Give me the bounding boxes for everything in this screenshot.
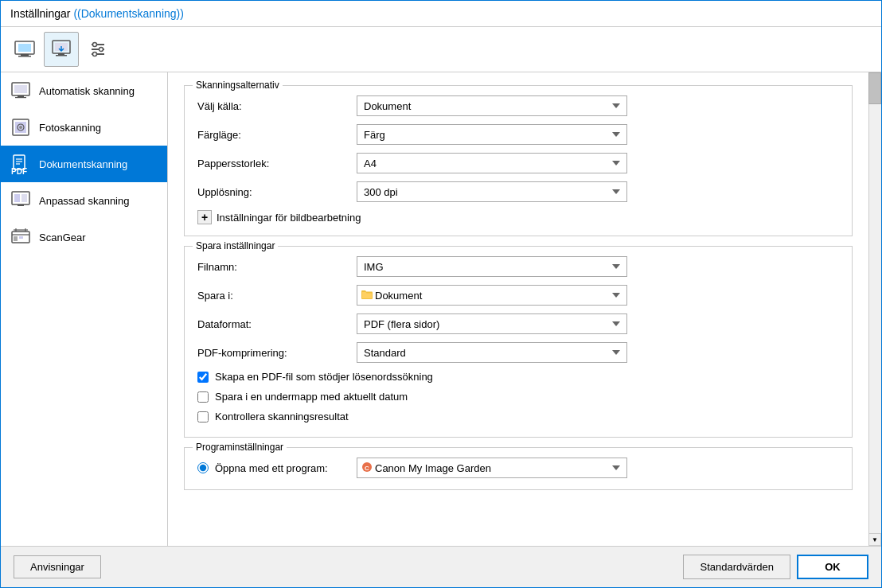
image-settings-label: Inställningar för bildbearbetning: [217, 212, 361, 224]
toolbar-settings-btn[interactable]: [80, 32, 115, 67]
toolbar-send-btn[interactable]: [44, 32, 79, 67]
resolution-control: 75 dpi 150 dpi 300 dpi 600 dpi: [357, 181, 627, 202]
bottom-right-buttons: Standardvärden OK: [683, 555, 868, 579]
svg-rect-3: [18, 56, 31, 57]
svg-rect-2: [21, 54, 29, 56]
toolbar: [1, 27, 881, 72]
filename-row: Filnamn: IMG Scan Document: [197, 256, 839, 277]
subfolder-label[interactable]: Spara i en undermapp med aktuellt datum: [215, 391, 408, 403]
paper-label: Pappersstorlek:: [197, 158, 357, 169]
svg-text:PDF: PDF: [11, 167, 27, 174]
checkbox-subfolder-row: Spara i en undermapp med aktuellt datum: [197, 391, 839, 403]
svg-rect-33: [14, 236, 18, 241]
program-settings-section: Programinställningar Öppna med ett progr…: [184, 447, 853, 490]
svg-rect-17: [15, 97, 26, 98]
svg-rect-7: [56, 55, 67, 56]
expand-button[interactable]: +: [197, 210, 212, 224]
save-settings-title: Spara inställningar: [193, 240, 278, 251]
image-settings-row[interactable]: + Inställningar för bildbearbetning: [197, 210, 839, 224]
resolution-row: Upplösning: 75 dpi 150 dpi 300 dpi 600 d…: [197, 181, 839, 202]
defaults-button[interactable]: Standardvärden: [683, 555, 790, 579]
paper-control: A4 A3 Letter Legal: [357, 153, 627, 173]
save-in-row: Spara i: Dokument: [197, 285, 839, 306]
checkbox-pdf-search-row: Skapa en PDF-fil som stödjer lösenordssö…: [197, 371, 839, 383]
title-text: Inställningar: [10, 7, 71, 20]
svg-point-21: [19, 126, 22, 129]
svg-point-11: [93, 43, 97, 47]
check-result-checkbox[interactable]: [197, 411, 209, 423]
source-select[interactable]: Dokument Platta Automatisk dokumentmatar…: [357, 95, 627, 116]
sidebar-item-scangear-label: ScanGear: [39, 232, 86, 243]
sidebar-item-auto-scan-label: Automatisk skanning: [39, 85, 135, 97]
sidebar: Automatisk skanning Fotoskanning: [1, 72, 168, 546]
paper-row: Pappersstorlek: A4 A3 Letter Legal: [197, 153, 839, 173]
scroll-down-button[interactable]: ▼: [868, 533, 881, 546]
sidebar-item-scangear[interactable]: ScanGear: [1, 219, 167, 255]
scan-options-section: Skanningsalternativ Välj källa: Dokument…: [184, 85, 853, 236]
data-format-label: Dataformat:: [197, 318, 357, 330]
svg-point-12: [100, 48, 103, 52]
sidebar-item-document-scan[interactable]: PDF Dokumentskanning: [1, 146, 167, 182]
save-in-label: Spara i:: [197, 290, 357, 302]
open-with-program-label[interactable]: Öppna med ett program:: [215, 462, 328, 474]
pdf-search-checkbox[interactable]: [197, 372, 209, 383]
main-window: Inställningar ((Dokumentskanning)): [0, 0, 882, 588]
svg-rect-15: [14, 85, 27, 93]
sidebar-item-auto-scan[interactable]: Automatisk skanning: [1, 72, 167, 109]
save-in-select-wrapper: Dokument Skrivbordet Egna bilder: [357, 285, 627, 306]
data-format-select[interactable]: PDF PDF (flera sidor) JPEG TIFF PNG: [357, 313, 627, 334]
color-select[interactable]: Färg Gråskala Svart och vitt: [357, 124, 627, 145]
source-label: Välj källa:: [197, 100, 357, 112]
filename-control: IMG Scan Document: [357, 256, 627, 277]
subfolder-checkbox[interactable]: [197, 391, 209, 403]
scrollbar-track: ▲ ▼: [868, 72, 881, 546]
program-select-control: C Canon My Image Garden Annan: [357, 458, 627, 478]
pdf-search-label[interactable]: Skapa en PDF-fil som stödjer lösenordssö…: [215, 371, 433, 383]
save-in-select[interactable]: Dokument Skrivbordet Egna bilder: [357, 285, 627, 306]
svg-rect-1: [18, 44, 31, 52]
svg-rect-34: [19, 236, 23, 239]
bottom-bar: Anvisningar Standardvärden OK: [1, 546, 881, 587]
scan-options-title: Skanningsalternativ: [193, 80, 283, 91]
checkbox-check-result-row: Kontrollera skanningsresultat: [197, 411, 839, 423]
title-parens: ((Dokumentskanning)): [73, 7, 184, 20]
instructions-button[interactable]: Anvisningar: [14, 555, 101, 578]
paper-select[interactable]: A4 A3 Letter Legal: [357, 153, 627, 173]
pdf-compression-row: PDF-komprimering: Standard Hög: [197, 342, 839, 363]
filename-select[interactable]: IMG Scan Document: [357, 256, 627, 277]
title-bar: Inställningar ((Dokumentskanning)): [1, 1, 881, 27]
save-in-control: Dokument Skrivbordet Egna bilder: [357, 285, 627, 306]
open-with-program-radio[interactable]: [197, 462, 209, 473]
check-result-label[interactable]: Kontrollera skanningsresultat: [215, 411, 349, 423]
save-settings-section: Spara inställningar Filnamn: IMG Scan Do…: [184, 246, 853, 438]
filename-label: Filnamn:: [197, 261, 357, 273]
source-control: Dokument Platta Automatisk dokumentmatar…: [357, 95, 627, 116]
pdf-compression-label: PDF-komprimering:: [197, 347, 357, 359]
program-row: Öppna med ett program: C: [197, 458, 839, 478]
resolution-select[interactable]: 75 dpi 150 dpi 300 dpi 600 dpi: [357, 181, 627, 202]
svg-rect-28: [14, 194, 20, 202]
main-content: Automatisk skanning Fotoskanning: [1, 72, 881, 546]
svg-rect-30: [18, 204, 24, 206]
data-format-control: PDF PDF (flera sidor) JPEG TIFF PNG: [357, 313, 627, 334]
data-format-row: Dataformat: PDF PDF (flera sidor) JPEG T…: [197, 313, 839, 334]
sidebar-item-photo-scan-label: Fotoskanning: [39, 122, 101, 134]
content-scroll: Skanningsalternativ Välj källa: Dokument…: [168, 85, 881, 490]
pdf-compression-select[interactable]: Standard Hög: [357, 342, 627, 363]
sidebar-item-photo-scan[interactable]: Fotoskanning: [1, 109, 167, 146]
svg-point-13: [93, 53, 97, 56]
sidebar-item-document-scan-label: Dokumentskanning: [39, 158, 127, 170]
program-select[interactable]: Canon My Image Garden Annan: [357, 458, 627, 478]
scrollbar-thumb[interactable]: [868, 72, 881, 104]
content-area: Skanningsalternativ Välj källa: Dokument…: [168, 72, 881, 546]
program-settings-title: Programinställningar: [193, 442, 287, 453]
color-control: Färg Gråskala Svart och vitt: [357, 124, 627, 145]
ok-button[interactable]: OK: [797, 555, 868, 579]
sidebar-item-custom-scan[interactable]: Anpassad skanning: [1, 182, 167, 219]
toolbar-scan-computer-btn[interactable]: [7, 32, 42, 67]
program-radio-container: Öppna med ett program:: [197, 462, 357, 474]
open-with-program-radio-row: Öppna med ett program:: [197, 462, 357, 474]
svg-rect-29: [21, 194, 27, 202]
color-label: Färgläge:: [197, 129, 357, 141]
resolution-label: Upplösning:: [197, 186, 357, 198]
